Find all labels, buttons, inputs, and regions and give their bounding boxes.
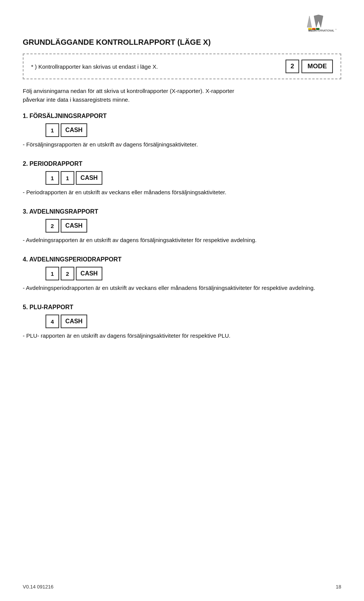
intro-line2: påverkar inte data i kassaregistrets min… [23, 96, 341, 103]
mode-label: MODE [301, 60, 333, 73]
section-3-title: 3. AVDELNINGSRAPPORT [23, 208, 341, 215]
section-5-keys: 4 CASH [46, 315, 341, 328]
key-cash-2: CASH [76, 171, 102, 185]
key-cash-5: CASH [61, 315, 87, 328]
page: WEST INTERNATIONAL ® GRUNDLÄGGANDE KONTR… [0, 0, 364, 601]
key-2: 2 [46, 219, 59, 233]
section-2-keys: 1 1 CASH [46, 171, 341, 185]
section-3-keys: 2 CASH [46, 219, 341, 233]
section-periodrapport: 2. PERIODRAPPORT 1 1 CASH - Periodrappor… [23, 160, 341, 197]
header-note-box: * ) Kontrollrapporter kan skrivas ut end… [23, 53, 341, 79]
key-1b: 1 [61, 171, 74, 185]
section-3-desc: - Avdelningsrapporten är en utskrift av … [23, 236, 341, 245]
svg-text:®: ® [335, 28, 337, 30]
version-label: V0.14 091216 [23, 584, 53, 590]
key-1c: 1 [46, 267, 59, 280]
footer: V0.14 091216 18 [23, 584, 341, 590]
key-cash-1: CASH [61, 123, 87, 137]
section-forsaljningsrapport: 1. FÖRSÄLJNINGSRAPPORT 1 CASH - Försäljn… [23, 113, 341, 149]
section-avdelningsrapport: 3. AVDELNINGSRAPPORT 2 CASH - Avdelnings… [23, 208, 341, 245]
section-4-title: 4. AVDELNINGSPERIODRAPPORT [23, 256, 341, 263]
logo-area: WEST INTERNATIONAL ® [23, 11, 341, 34]
section-5-title: 5. PLU-RAPPORT [23, 304, 341, 311]
section-4-keys: 1 2 CASH [46, 267, 341, 280]
section-plu-rapport: 5. PLU-RAPPORT 4 CASH - PLU- rapporten ä… [23, 304, 341, 340]
section-5-desc: - PLU- rapporten är en utskrift av dagen… [23, 331, 341, 340]
section-1-keys: 1 CASH [46, 123, 341, 137]
intro-line1: Följ anvisningarna nedan för att skriva … [23, 88, 341, 94]
section-4-desc: - Avdelningsperiodrapporten är en utskri… [23, 283, 341, 293]
key-1: 1 [46, 123, 59, 137]
section-2-desc: - Periodrapporten är en utskrift av veck… [23, 188, 341, 197]
key-cash-4: CASH [76, 267, 102, 280]
key-1a: 1 [46, 171, 59, 185]
mode-number: 2 [286, 60, 299, 73]
section-1-desc: - Försäljningsrapporten är en utskrift a… [23, 140, 341, 149]
west-international-logo: WEST INTERNATIONAL ® [296, 11, 341, 34]
page-number: 18 [336, 584, 341, 590]
svg-text:INTERNATIONAL: INTERNATIONAL [314, 29, 334, 32]
key-2b: 2 [61, 267, 74, 280]
page-title: GRUNDLÄGGANDE KONTROLLRAPPORT (LÄGE X) [23, 38, 341, 47]
key-4: 4 [46, 315, 59, 328]
header-note-text: * ) Kontrollrapporter kan skrivas ut end… [31, 63, 158, 70]
section-1-title: 1. FÖRSÄLJNINGSRAPPORT [23, 113, 341, 120]
section-avdelningsperiodrapport: 4. AVDELNINGSPERIODRAPPORT 1 2 CASH - Av… [23, 256, 341, 293]
mode-area: 2 MODE [286, 60, 333, 73]
key-cash-3: CASH [61, 219, 87, 233]
section-2-title: 2. PERIODRAPPORT [23, 160, 341, 167]
